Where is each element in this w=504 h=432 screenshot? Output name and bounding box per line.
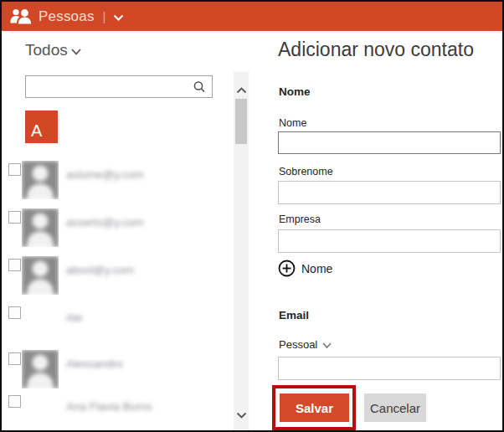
email-section-heading: Email <box>279 309 309 321</box>
add-field-label: Nome <box>301 262 332 275</box>
contact-avatar <box>22 208 59 247</box>
contact-name: absol@y.com <box>66 264 134 276</box>
company-label: Empresa <box>279 213 321 225</box>
contact-list-item[interactable]: Ale <box>2 304 233 342</box>
add-name-field-button[interactable]: Nome <box>278 260 332 277</box>
contact-list-item[interactable]: aslume@y.com <box>2 161 233 199</box>
contact-list-scrollbar[interactable] <box>234 72 249 432</box>
app-window: Pessoas | Todos A aslume@y.com asserts@y… <box>0 0 504 432</box>
first-name-label: Nome <box>279 117 306 129</box>
filter-chevron-down-icon <box>71 49 81 55</box>
first-name-field[interactable] <box>278 131 501 154</box>
search-input[interactable] <box>26 76 193 97</box>
last-name-label: Sobrenome <box>279 166 333 177</box>
app-title: Pessoas <box>39 8 95 25</box>
contact-avatar <box>22 256 59 295</box>
email-type-dropdown[interactable]: Pessoal <box>279 338 332 351</box>
contact-checkbox[interactable] <box>8 395 21 408</box>
scroll-up-icon[interactable] <box>234 82 249 99</box>
header-separator: | <box>103 9 106 23</box>
group-letter-badge: A <box>25 111 58 143</box>
filter-label: Todos <box>25 41 68 59</box>
contact-checkbox[interactable] <box>8 163 21 176</box>
save-button[interactable]: Salvar <box>280 393 349 422</box>
contact-avatar <box>22 304 59 342</box>
contact-checkbox[interactable] <box>8 211 21 224</box>
contact-list-item[interactable]: asserts@y.com <box>2 208 233 247</box>
search-box <box>25 75 213 98</box>
page-title: Adicionar novo contato <box>278 39 474 61</box>
scrollbar-thumb[interactable] <box>235 99 247 144</box>
search-icon[interactable] <box>193 80 206 94</box>
contact-list: aslume@y.com asserts@y.com absol@y.com A… <box>2 156 233 432</box>
contact-list-item[interactable]: Ana Flavia Burns <box>2 393 233 431</box>
contact-avatar <box>22 161 59 199</box>
contact-list-item[interactable]: absol@y.com <box>2 256 233 295</box>
last-name-field[interactable] <box>278 181 501 204</box>
contact-checkbox[interactable] <box>8 352 21 365</box>
header-chevron-down-icon[interactable] <box>113 14 124 22</box>
email-field[interactable] <box>278 357 501 380</box>
plus-circle-icon <box>278 260 296 277</box>
cancel-button[interactable]: Cancelar <box>364 393 426 422</box>
contact-list-item[interactable]: Alessandro <box>2 350 233 388</box>
scroll-down-icon[interactable] <box>234 407 249 424</box>
contact-name: Ale <box>66 311 83 324</box>
contact-avatar <box>22 393 59 431</box>
company-field[interactable] <box>278 229 501 253</box>
email-type-chevron-down-icon <box>322 342 332 349</box>
app-header: Pessoas | <box>2 2 502 31</box>
contact-checkbox[interactable] <box>8 259 21 271</box>
contact-name: asserts@y.com <box>66 216 143 229</box>
contact-avatar <box>22 350 59 388</box>
contacts-filter-dropdown[interactable]: Todos <box>25 41 81 59</box>
contact-name: aslume@y.com <box>66 168 143 181</box>
contact-checkbox[interactable] <box>8 306 21 319</box>
people-icon <box>9 8 33 26</box>
email-type-label: Pessoal <box>279 338 317 351</box>
contact-name: Alessandro <box>66 357 123 370</box>
contact-name: Ana Flavia Burns <box>66 400 152 413</box>
name-section-heading: Nome <box>279 85 311 98</box>
